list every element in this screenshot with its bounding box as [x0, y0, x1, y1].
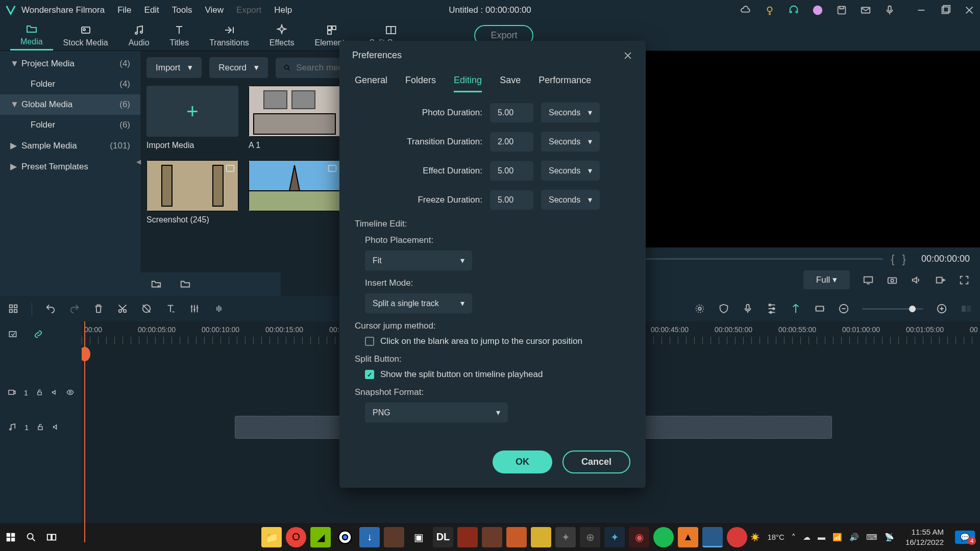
eye-icon[interactable]	[66, 388, 74, 396]
tab-transitions[interactable]: Transitions	[199, 21, 259, 50]
taskbar-app[interactable]	[653, 527, 674, 547]
display-icon[interactable]	[863, 274, 874, 286]
taskbar-app[interactable]	[335, 527, 355, 547]
cloud-icon[interactable]	[740, 5, 751, 16]
mark-out-button[interactable]: }	[902, 253, 906, 266]
mute-icon[interactable]	[52, 423, 60, 431]
minimize-button[interactable]	[916, 5, 927, 16]
menu-file[interactable]: File	[117, 5, 131, 15]
timeline-view-icon[interactable]	[960, 303, 972, 315]
pref-tab-save[interactable]: Save	[500, 70, 521, 92]
tab-audio[interactable]: Audio	[118, 21, 160, 50]
media-tile[interactable]: Screenshot (245)	[146, 160, 238, 224]
taskbar-app[interactable]: ✦	[604, 527, 625, 547]
pref-tab-editing[interactable]: Editing	[454, 70, 482, 92]
tray-volume-icon[interactable]: 🔊	[849, 533, 859, 542]
crop-icon[interactable]	[141, 303, 152, 314]
taskbar-app[interactable]	[727, 527, 747, 547]
sidebar-item-preset-templates[interactable]: ▶Preset Templates	[0, 156, 140, 177]
taskbar-app[interactable]: ▲	[678, 527, 698, 547]
photo-duration-unit[interactable]: Seconds▾	[541, 103, 600, 122]
fullscreen-icon[interactable]	[959, 274, 970, 286]
mute-icon[interactable]	[51, 388, 59, 396]
photo-placement-select[interactable]: Fit▾	[365, 251, 472, 270]
menu-edit[interactable]: Edit	[144, 5, 159, 15]
zoom-in-icon[interactable]	[936, 303, 947, 314]
shield-icon[interactable]	[718, 303, 729, 314]
bulb-icon[interactable]	[764, 5, 775, 16]
audio-track-header[interactable]: 1	[0, 410, 82, 444]
adjust-icon[interactable]	[189, 303, 200, 314]
tray-location-icon[interactable]: 📡	[885, 533, 894, 542]
redo-icon[interactable]	[69, 303, 80, 314]
voiceover-icon[interactable]	[742, 303, 753, 314]
fit-icon[interactable]	[814, 303, 825, 314]
render-icon[interactable]	[694, 303, 705, 314]
taskbar-app[interactable]: ▣	[408, 527, 429, 547]
lock-icon[interactable]	[36, 423, 44, 431]
folder-icon[interactable]	[180, 279, 191, 290]
text-icon[interactable]	[165, 303, 176, 314]
taskbar-app[interactable]	[531, 527, 551, 547]
media-tile[interactable]: A 1	[249, 86, 340, 150]
zoom-out-icon[interactable]	[838, 303, 849, 314]
cursor-jump-checkbox[interactable]	[365, 337, 374, 346]
taskbar-clock[interactable]: 11:55 AM 16/12/2022	[905, 527, 944, 547]
marker-icon[interactable]	[790, 303, 801, 314]
sidebar-item-global-media[interactable]: ▼Global Media(6)	[0, 94, 140, 115]
cut-icon[interactable]	[117, 303, 128, 314]
taskbar-app[interactable]: ◢	[310, 527, 331, 547]
photo-duration-input[interactable]	[490, 103, 533, 122]
taskbar-app[interactable]: ↓	[359, 527, 380, 547]
transition-duration-input[interactable]	[490, 132, 533, 152]
avatar-icon[interactable]	[812, 5, 823, 16]
freeze-duration-unit[interactable]: Seconds▾	[541, 190, 600, 210]
delete-icon[interactable]	[93, 303, 104, 314]
maximize-button[interactable]	[940, 5, 951, 16]
tab-stock-media[interactable]: Stock Media	[53, 21, 118, 50]
cancel-button[interactable]: Cancel	[562, 450, 630, 473]
close-button[interactable]	[964, 5, 975, 16]
menu-export[interactable]: Export	[236, 5, 261, 15]
sidebar-item-sample-media[interactable]: ▶Sample Media(101)	[0, 135, 140, 156]
mic-icon[interactable]	[884, 5, 895, 16]
taskbar-app[interactable]: ◉	[629, 527, 649, 547]
pref-tab-general[interactable]: General	[355, 70, 387, 92]
sidebar-item-folder-1[interactable]: Folder(4)	[0, 74, 140, 94]
sidebar-item-folder-2[interactable]: Folder(6)	[0, 115, 140, 135]
taskbar-app[interactable]	[506, 527, 527, 547]
menu-view[interactable]: View	[205, 5, 224, 15]
taskbar-app[interactable]: DL	[433, 527, 453, 547]
freeze-duration-input[interactable]	[490, 190, 533, 210]
grid-icon[interactable]	[8, 303, 19, 314]
new-folder-icon[interactable]	[151, 279, 162, 290]
link-icon[interactable]	[33, 329, 43, 339]
search-taskbar-icon[interactable]	[26, 532, 37, 543]
tab-media[interactable]: Media	[10, 20, 53, 51]
task-view-icon[interactable]	[46, 532, 57, 543]
collapse-icon[interactable]: ◀	[136, 158, 141, 165]
taskbar-app[interactable]	[702, 527, 723, 547]
lock-icon[interactable]	[36, 388, 43, 396]
snapshot-format-select[interactable]: PNG▾	[365, 403, 508, 422]
tray-cloud-icon[interactable]: ☁	[803, 533, 811, 542]
taskbar-app[interactable]	[482, 527, 502, 547]
ok-button[interactable]: OK	[493, 450, 552, 473]
weather-icon[interactable]: ☀️	[750, 533, 760, 542]
pref-tab-performance[interactable]: Performance	[538, 70, 591, 92]
tray-wifi-icon[interactable]: 📶	[832, 533, 842, 542]
export-frame-icon[interactable]	[935, 274, 946, 286]
tab-effects[interactable]: Effects	[259, 21, 305, 50]
zoom-slider[interactable]	[862, 308, 923, 310]
mixer-icon[interactable]	[766, 303, 777, 314]
mark-in-button[interactable]: {	[891, 253, 894, 266]
headset-icon[interactable]	[788, 5, 799, 16]
notification-button[interactable]: 💬4	[955, 531, 975, 544]
volume-icon[interactable]	[911, 274, 922, 286]
pref-tab-folders[interactable]: Folders	[405, 70, 436, 92]
menu-tools[interactable]: Tools	[172, 5, 192, 15]
snapshot-icon[interactable]	[887, 274, 898, 286]
effect-duration-unit[interactable]: Seconds▾	[541, 161, 600, 181]
quality-select[interactable]: Full ▾	[803, 270, 850, 289]
save-icon[interactable]	[836, 5, 847, 16]
